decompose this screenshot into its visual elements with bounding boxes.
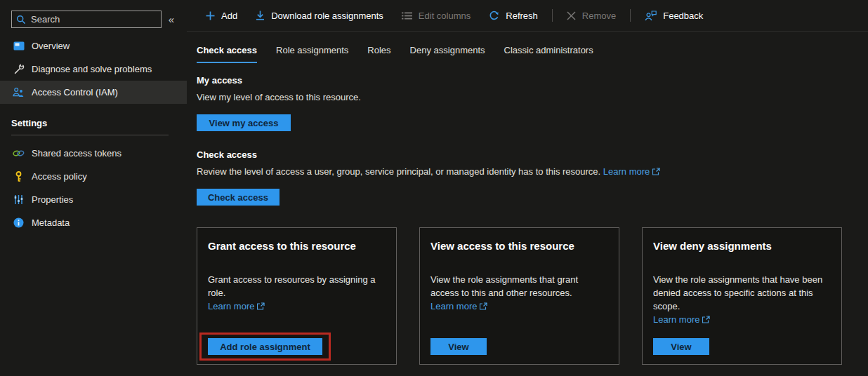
my-access-title: My access — [197, 75, 868, 86]
sidebar-item-label: Overview — [32, 41, 70, 51]
view-access-button[interactable]: View — [430, 338, 487, 355]
check-access-learn-more-link[interactable]: Learn more — [603, 166, 660, 177]
check-access-section: Check access Review the level of access … — [197, 149, 868, 206]
refresh-button[interactable]: Refresh — [482, 5, 545, 26]
learn-more-label: Learn more — [603, 166, 650, 177]
sidebar: « Overview Diagnose and solve problems A… — [0, 0, 187, 376]
view-deny-assignments-button[interactable]: View — [653, 338, 709, 355]
check-access-description-text: Review the level of access a user, group… — [197, 166, 600, 177]
add-icon — [206, 11, 215, 20]
view-my-access-button[interactable]: View my access — [197, 114, 291, 131]
settings-divider — [11, 135, 169, 135]
access-cards: Grant access to this resource Grant acce… — [197, 227, 868, 365]
search-icon — [16, 15, 26, 25]
sidebar-nav: Overview Diagnose and solve problems Acc… — [0, 34, 187, 104]
feedback-icon — [645, 11, 657, 21]
my-access-section: My access View my level of access to thi… — [197, 75, 868, 149]
card-title: View access to this resource — [430, 240, 608, 252]
red-highlight-annotation: Add role assignment — [199, 333, 331, 361]
refresh-label: Refresh — [506, 11, 538, 21]
tab-bar: Check access Role assignments Roles Deny… — [187, 32, 868, 63]
sidebar-item-access-policy[interactable]: Access policy — [0, 165, 187, 188]
edit-columns-label: Edit columns — [419, 11, 471, 21]
external-link-icon — [702, 316, 710, 323]
download-role-assignments-button[interactable]: Download role assignments — [249, 5, 390, 26]
add-button[interactable]: Add — [199, 5, 244, 26]
card-description: View the role assignments that grant acc… — [430, 273, 608, 300]
card-description: Grant access to resources by assigning a… — [208, 273, 386, 300]
toolbar-separator — [630, 9, 631, 22]
overview-icon — [13, 40, 25, 52]
card-title: Grant access to this resource — [208, 240, 386, 252]
feedback-button[interactable]: Feedback — [638, 5, 710, 26]
card-description: View the role assignments that have been… — [653, 273, 831, 313]
sidebar-item-metadata[interactable]: Metadata — [0, 211, 187, 234]
sidebar-search-row: « — [0, 11, 187, 28]
search-input[interactable] — [31, 14, 157, 25]
card-link-row: Learn more — [208, 300, 386, 313]
remove-button[interactable]: Remove — [560, 5, 623, 26]
sidebar-item-diagnose[interactable]: Diagnose and solve problems — [0, 58, 187, 81]
info-icon — [13, 217, 25, 229]
view-deny-learn-more-link[interactable]: Learn more — [653, 314, 710, 325]
sidebar-item-label: Properties — [32, 194, 73, 205]
external-link-icon — [257, 302, 265, 310]
view-deny-assignments-card: View deny assignments View the role assi… — [642, 227, 842, 365]
key-icon — [13, 170, 25, 182]
download-label: Download role assignments — [271, 11, 383, 21]
external-link-icon — [480, 302, 487, 310]
card-footer: View — [653, 338, 831, 355]
learn-more-label: Learn more — [430, 301, 477, 311]
card-title: View deny assignments — [653, 240, 831, 252]
tab-check-access[interactable]: Check access — [197, 45, 257, 63]
sidebar-item-label: Access Control (IAM) — [32, 87, 118, 98]
wrench-icon — [13, 63, 25, 75]
external-link-icon — [652, 168, 660, 175]
link-icon — [13, 147, 25, 159]
main-panel: Add Download role assignments Edit colum… — [187, 0, 868, 376]
tab-deny-assignments[interactable]: Deny assignments — [410, 45, 485, 63]
learn-more-label: Learn more — [208, 301, 254, 311]
remove-label: Remove — [582, 11, 616, 21]
add-label: Add — [221, 11, 237, 21]
edit-columns-button[interactable]: Edit columns — [395, 5, 478, 26]
settings-section-header: Settings — [11, 118, 187, 128]
refresh-icon — [489, 11, 499, 21]
sidebar-settings-nav: Shared access tokens Access policy Prope… — [0, 142, 187, 234]
sidebar-item-label: Diagnose and solve problems — [32, 64, 152, 74]
remove-icon — [567, 11, 576, 20]
download-icon — [256, 11, 265, 20]
sidebar-item-label: Access policy — [32, 171, 87, 182]
tab-classic-administrators[interactable]: Classic administrators — [504, 45, 593, 63]
grant-access-card: Grant access to this resource Grant acce… — [197, 227, 397, 365]
add-role-assignment-button[interactable]: Add role assignment — [208, 338, 322, 355]
search-box[interactable] — [11, 11, 162, 28]
feedback-label: Feedback — [663, 11, 703, 21]
command-bar: Add Download role assignments Edit colum… — [187, 0, 868, 32]
tab-content: My access View my level of access to thi… — [187, 63, 868, 365]
check-access-description: Review the level of access a user, group… — [197, 166, 868, 177]
view-access-card: View access to this resource View the ro… — [419, 227, 619, 365]
card-link-row: Learn more — [430, 300, 608, 313]
collapse-sidebar-button[interactable]: « — [162, 13, 181, 25]
tab-roles[interactable]: Roles — [367, 45, 390, 63]
toolbar-separator — [552, 9, 553, 22]
sidebar-item-access-control-iam[interactable]: Access Control (IAM) — [0, 81, 187, 104]
view-access-learn-more-link[interactable]: Learn more — [430, 301, 487, 311]
sidebar-item-label: Shared access tokens — [32, 148, 121, 159]
sidebar-item-overview[interactable]: Overview — [0, 34, 187, 58]
sidebar-item-shared-access-tokens[interactable]: Shared access tokens — [0, 142, 187, 165]
card-footer: View — [430, 338, 608, 355]
check-access-button[interactable]: Check access — [197, 189, 280, 206]
check-access-title: Check access — [197, 149, 868, 160]
sidebar-item-label: Metadata — [32, 217, 70, 228]
grant-access-learn-more-link[interactable]: Learn more — [208, 301, 265, 311]
sliders-icon — [13, 194, 25, 206]
tab-role-assignments[interactable]: Role assignments — [276, 45, 348, 63]
my-access-description: View my level of access to this resource… — [197, 92, 868, 102]
card-link-row: Learn more — [653, 313, 831, 326]
people-icon — [13, 86, 25, 98]
sidebar-item-properties[interactable]: Properties — [0, 188, 187, 211]
card-footer: Add role assignment — [208, 338, 386, 355]
learn-more-label: Learn more — [653, 314, 699, 325]
